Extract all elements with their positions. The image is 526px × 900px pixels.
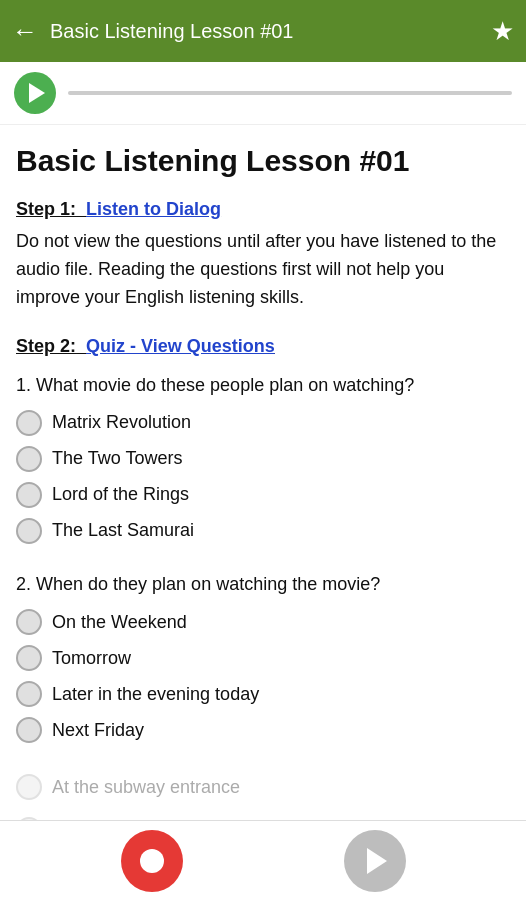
faded-option-1: At the subway entrance: [16, 771, 510, 803]
option-label-q1-o4: The Last Samurai: [52, 520, 194, 541]
question-2-option-1[interactable]: On the Weekend: [16, 609, 510, 635]
play-icon: [29, 83, 45, 103]
radio-q1-o2[interactable]: [16, 446, 42, 472]
star-button[interactable]: ★: [491, 16, 514, 47]
question-2-number: 2.: [16, 574, 36, 594]
option-label-q2-o4: Next Friday: [52, 720, 144, 741]
top-bar: ← Basic Listening Lesson #01 ★: [0, 0, 526, 62]
option-label-q1-o2: The Two Towers: [52, 448, 182, 469]
lesson-title: Basic Listening Lesson #01: [16, 143, 510, 179]
question-2-block: 2. When do they plan on watching the mov…: [16, 572, 510, 743]
playback-button[interactable]: [344, 830, 406, 892]
option-label-q2-o3: Later in the evening today: [52, 684, 259, 705]
radio-q1-o1[interactable]: [16, 410, 42, 436]
question-1-option-4[interactable]: The Last Samurai: [16, 518, 510, 544]
audio-play-button[interactable]: [14, 72, 56, 114]
question-2-option-2[interactable]: Tomorrow: [16, 645, 510, 671]
step1-description: Do not view the questions until after yo…: [16, 228, 510, 312]
step1-number: Step 1:: [16, 199, 76, 219]
question-2-content: When do they plan on watching the movie?: [36, 574, 380, 594]
question-2-text: 2. When do they plan on watching the mov…: [16, 572, 510, 597]
page-title: Basic Listening Lesson #01: [50, 20, 491, 43]
radio-q1-o4[interactable]: [16, 518, 42, 544]
question-1-option-1[interactable]: Matrix Revolution: [16, 410, 510, 436]
radio-faded-1: [16, 774, 42, 800]
bottom-bar: [0, 820, 526, 900]
question-1-text: 1. What movie do these people plan on wa…: [16, 373, 510, 398]
option-label-q2-o2: Tomorrow: [52, 648, 131, 669]
faded-label-1: At the subway entrance: [52, 771, 240, 803]
step1-label: Step 1: Listen to Dialog: [16, 199, 510, 220]
back-button[interactable]: ←: [12, 16, 38, 47]
radio-q2-o1[interactable]: [16, 609, 42, 635]
record-icon: [140, 849, 164, 873]
question-2-option-4[interactable]: Next Friday: [16, 717, 510, 743]
question-1-content: What movie do these people plan on watch…: [36, 375, 414, 395]
step2-label: Step 2: Quiz - View Questions: [16, 336, 510, 357]
audio-player-bar: [0, 62, 526, 125]
radio-q2-o4[interactable]: [16, 717, 42, 743]
option-label-q2-o1: On the Weekend: [52, 612, 187, 633]
record-button[interactable]: [121, 830, 183, 892]
question-1-number: 1.: [16, 375, 36, 395]
question-1-option-2[interactable]: The Two Towers: [16, 446, 510, 472]
audio-progress-track[interactable]: [68, 91, 512, 95]
radio-q1-o3[interactable]: [16, 482, 42, 508]
main-content: Basic Listening Lesson #01 Step 1: Liste…: [0, 125, 526, 900]
question-2-option-3[interactable]: Later in the evening today: [16, 681, 510, 707]
step2-number: Step 2:: [16, 336, 76, 356]
question-1-option-3[interactable]: Lord of the Rings: [16, 482, 510, 508]
question-1-block: 1. What movie do these people plan on wa…: [16, 373, 510, 544]
radio-q2-o3[interactable]: [16, 681, 42, 707]
quiz-view-questions-link[interactable]: Quiz - View Questions: [86, 336, 275, 356]
listen-to-dialog-link[interactable]: Listen to Dialog: [86, 199, 221, 219]
option-label-q1-o1: Matrix Revolution: [52, 412, 191, 433]
radio-q2-o2[interactable]: [16, 645, 42, 671]
playback-icon: [367, 848, 387, 874]
option-label-q1-o3: Lord of the Rings: [52, 484, 189, 505]
